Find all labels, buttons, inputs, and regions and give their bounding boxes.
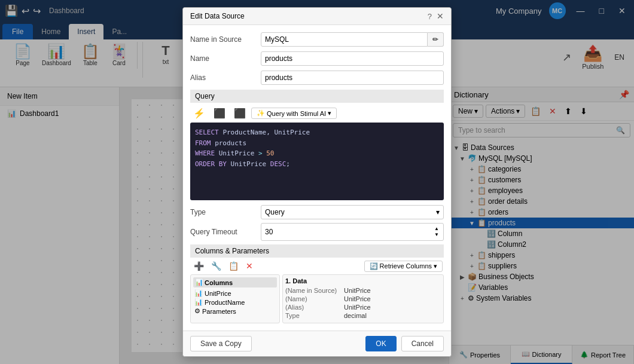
delete-col-icon[interactable]: ✕ — [243, 260, 255, 272]
ai-label: Query with Stimul AI — [267, 110, 326, 117]
columns-toolbar: ➕ 🔧 📋 ✕ 🔄 Retrieve Columns ▾ — [190, 260, 444, 272]
data-row-name: (Name) UnitPrice — [285, 295, 441, 302]
type-select[interactable]: Query ▾ — [261, 205, 444, 219]
query-toolbar: ⚡ ⬛ ⬛ ✨ Query with Stimul AI ▾ — [190, 106, 444, 120]
duplicate-col-icon[interactable]: 📋 — [226, 260, 241, 272]
type-value: Query — [265, 208, 285, 216]
timeout-label: Query Timeout — [190, 228, 256, 236]
columns-section-header: Columns & Parameters — [190, 244, 444, 258]
name-in-source-label: Name in Source — [190, 35, 256, 44]
unitprice-label: UnitPrice — [205, 290, 231, 297]
ok-button[interactable]: OK — [365, 336, 396, 351]
modal-header: Edit Data Source ? ✕ — [183, 8, 451, 25]
dataname-label: (Name) — [285, 295, 339, 302]
retrieve-chevron-icon: ▾ — [434, 262, 437, 270]
modal-footer: Save a Copy OK Cancel — [183, 331, 451, 356]
type-chevron-icon: ▾ — [436, 208, 440, 216]
col-unitprice[interactable]: 📊 UnitPrice — [193, 289, 277, 298]
name-in-source-input[interactable] — [261, 32, 428, 47]
type-row: Type Query ▾ — [190, 205, 444, 219]
query-run-icon[interactable]: ⚡ — [190, 106, 208, 120]
retrieve-columns-button[interactable]: 🔄 Retrieve Columns ▾ — [364, 261, 443, 272]
timeout-spinbox[interactable]: 30 ▲ ▼ — [261, 223, 444, 241]
data-row-type: Type decimal — [285, 312, 441, 319]
name-label: Name — [190, 54, 256, 63]
unitprice-icon: 📊 — [194, 289, 203, 297]
spinbox-arrows: ▲ ▼ — [434, 226, 440, 238]
columns-panel: 📊 Columns 📊 UnitPrice 📊 ProductName ⚙ Pa… — [190, 274, 444, 323]
ai-chevron-icon: ▾ — [328, 109, 331, 117]
data-panel-heading: 1. Data — [285, 277, 441, 285]
dataname-value: UnitPrice — [344, 295, 371, 302]
name-in-source-edit-button[interactable]: ✏ — [428, 32, 444, 47]
param-label: Parameters — [202, 308, 236, 315]
alias-label: Alias — [190, 74, 256, 82]
productname-label: ProductName — [205, 299, 245, 306]
dataalias-value: UnitPrice — [344, 304, 371, 311]
datatype-value: decimal — [344, 312, 367, 319]
data-row-namesource: (Name in Source) UnitPrice — [285, 287, 441, 294]
timeout-value: 30 — [265, 228, 273, 236]
datatype-label: Type — [285, 312, 339, 319]
name-in-source-input-wrapper: ✏ — [261, 32, 444, 47]
timeout-row: Query Timeout 30 ▲ ▼ — [190, 223, 444, 241]
param-icon: ⚙ — [194, 307, 200, 315]
columns-tree: 📊 Columns 📊 UnitPrice 📊 ProductName ⚙ Pa… — [190, 274, 280, 323]
dataalias-label: (Alias) — [285, 304, 339, 311]
data-panel: 1. Data (Name in Source) UnitPrice (Name… — [282, 274, 444, 323]
col-productname[interactable]: 📊 ProductName — [193, 298, 277, 307]
namesource-label: (Name in Source) — [285, 287, 339, 294]
footer-right: OK Cancel — [365, 336, 444, 351]
modal-title: Edit Data Source — [190, 12, 245, 20]
name-input[interactable] — [261, 51, 444, 66]
modal-body: Name in Source ✏ Name Alias Query ⚡ — [183, 25, 451, 331]
edit-datasource-modal: Edit Data Source ? ✕ Name in Source ✏ Na… — [182, 7, 452, 357]
type-label: Type — [190, 208, 256, 216]
data-row-alias: (Alias) UnitPrice — [285, 304, 441, 311]
parameters-group[interactable]: ⚙ Parameters — [193, 307, 277, 316]
save-copy-button[interactable]: Save a Copy — [190, 336, 252, 351]
ai-query-button[interactable]: ✨ Query with Stimul AI ▾ — [251, 108, 337, 119]
spinbox-up[interactable]: ▲ — [434, 226, 440, 232]
name-in-source-row: Name in Source ✏ — [190, 32, 444, 47]
query-layout-icon[interactable]: ⬛ — [211, 106, 228, 120]
spinbox-down[interactable]: ▼ — [434, 232, 440, 238]
modal-close-button[interactable]: ✕ — [437, 11, 444, 21]
add-col-icon[interactable]: ➕ — [191, 260, 206, 272]
add-param-icon[interactable]: 🔧 — [209, 260, 224, 272]
ai-icon: ✨ — [257, 109, 265, 117]
columns-group-label: Columns — [205, 279, 233, 286]
modal-overlay: Edit Data Source ? ✕ Name in Source ✏ Na… — [0, 0, 634, 364]
namesource-value: UnitPrice — [344, 287, 371, 294]
alias-row: Alias — [190, 71, 444, 85]
retrieve-icon: 🔄 — [370, 262, 378, 270]
query-section-header: Query — [190, 90, 444, 103]
cancel-button[interactable]: Cancel — [401, 336, 444, 351]
columns-group-icon: 📊 — [195, 279, 203, 286]
query-editor[interactable]: SELECT ProductName, UnitPrice FROM produ… — [190, 123, 444, 200]
name-row: Name — [190, 51, 444, 66]
alias-input[interactable] — [261, 71, 444, 85]
retrieve-label: Retrieve Columns — [380, 262, 432, 270]
columns-group[interactable]: 📊 Columns — [193, 277, 277, 287]
query-settings-icon[interactable]: ⬛ — [231, 106, 249, 120]
modal-help-icon[interactable]: ? — [428, 12, 432, 21]
footer-left: Save a Copy — [190, 336, 252, 351]
productname-icon: 📊 — [194, 298, 203, 306]
